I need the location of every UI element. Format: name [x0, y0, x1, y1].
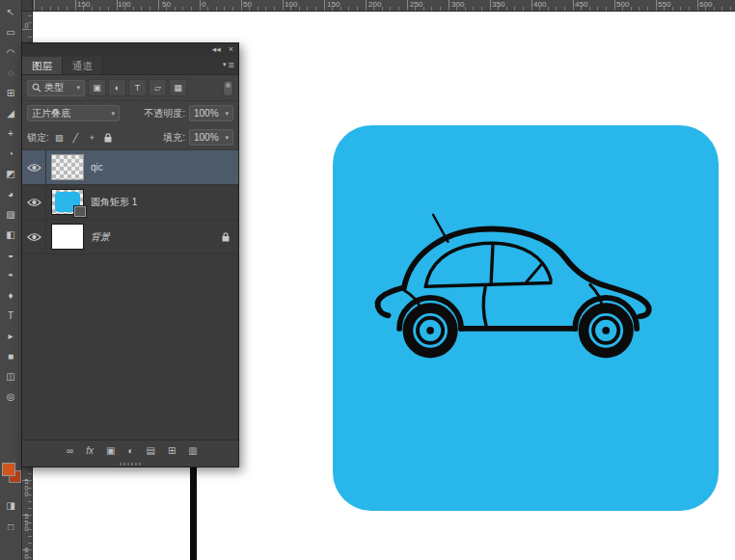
dock-edge-divider: [190, 467, 197, 560]
layer-visibility-toggle[interactable]: [22, 185, 46, 219]
eraser-tool[interactable]: ▨: [0, 204, 21, 225]
eye-icon: [27, 198, 41, 207]
h-ruler-number: 250: [408, 0, 422, 9]
chevron-down-icon: ▾: [225, 134, 229, 142]
h-ruler-number: 50: [160, 0, 171, 9]
fill-value[interactable]: 100% ▾: [189, 129, 233, 146]
h-ruler-number: 450: [573, 0, 587, 9]
lock-label: 锁定:: [27, 131, 49, 145]
gradient-tool[interactable]: ◧: [0, 225, 21, 245]
zoom-tool[interactable]: ◎: [0, 387, 21, 407]
eyedropper-tool[interactable]: ◢: [0, 103, 21, 123]
car-beltline: [425, 282, 551, 286]
filter-adjustment-layers-icon[interactable]: ◐: [108, 79, 126, 96]
fill-label: 填充:: [163, 131, 185, 145]
blur-tool[interactable]: ◒: [0, 245, 21, 265]
filter-type-layers-icon[interactable]: T: [128, 79, 147, 96]
marquee-tool[interactable]: ▭: [0, 22, 21, 42]
path-selection-tool[interactable]: ▸: [0, 326, 21, 346]
search-icon: [32, 83, 41, 93]
layer-name: 背景: [91, 230, 110, 244]
shape-tool[interactable]: ■: [0, 346, 21, 366]
close-panel-button[interactable]: ×: [229, 43, 233, 56]
panel-menu-button[interactable]: ▾ ≡: [223, 59, 234, 70]
clone-stamp-tool[interactable]: ◩: [0, 164, 21, 184]
car-window-top: [425, 243, 551, 286]
filter-pixel-layers-icon[interactable]: ▣: [88, 79, 106, 96]
filter-type-label: 类型: [44, 81, 64, 94]
dodge-tool[interactable]: ◓: [0, 265, 21, 285]
h-ruler-number: 550: [656, 0, 670, 9]
tab-layers[interactable]: 图层: [22, 57, 63, 74]
h-ruler-number: 500: [614, 0, 629, 9]
h-ruler-number: 400: [531, 0, 546, 9]
panel-resize-grip[interactable]: [22, 462, 238, 467]
layer-visibility-toggle[interactable]: [22, 220, 46, 253]
vector-mask-badge: [74, 206, 86, 217]
car-b-pillar: [491, 244, 493, 285]
quick-selection-tool[interactable]: ◌: [0, 63, 21, 83]
v-ruler-number: 5 0 0: [22, 479, 31, 498]
lock-position-button[interactable]: +: [86, 131, 98, 145]
artboard[interactable]: [333, 125, 719, 511]
filter-smart-objects-icon[interactable]: ▦: [169, 79, 187, 96]
lock-all-button[interactable]: [102, 131, 115, 145]
delete-layer-icon[interactable]: ▥: [188, 440, 197, 462]
toolbar-bottom-tools: ◨□: [0, 497, 21, 534]
new-layer-icon[interactable]: ⊞: [168, 440, 176, 462]
lock-transparent-pixels-button[interactable]: ▨: [53, 131, 66, 145]
h-ruler-number: 100: [283, 0, 297, 9]
v-ruler-number: 6 0 0: [22, 547, 31, 560]
layer-thumbnail[interactable]: [52, 190, 83, 214]
add-layer-mask-icon[interactable]: ▣: [106, 440, 115, 462]
h-ruler-number: 150: [325, 0, 340, 9]
layer-name: qic: [91, 162, 103, 173]
lock-image-pixels-button[interactable]: ╱: [69, 131, 82, 145]
collapse-to-icons-button[interactable]: ◂◂: [212, 43, 221, 56]
layer-filter-type-select[interactable]: 类型 ▾: [27, 80, 85, 96]
blend-mode-select[interactable]: 正片叠底 ▾: [27, 105, 120, 121]
layer-row-qic[interactable]: qic: [22, 150, 238, 185]
h-ruler-number: 300: [449, 0, 464, 9]
v-ruler-number: 5 5 0: [22, 514, 31, 533]
new-adjustment-layer-icon[interactable]: ◐: [127, 440, 133, 462]
panel-footer-icons: ∞fx▣◐▤⊞▥: [67, 440, 198, 462]
layer-filter-toggle[interactable]: [223, 80, 233, 96]
tools-panel: ↖▭◠◌⊞◢+◔◩◕▨◧◒◓♦T▸■◫◎ ◨□: [0, 0, 22, 560]
filter-shape-layers-icon[interactable]: ▱: [149, 79, 167, 96]
brush-tool[interactable]: ◔: [0, 144, 21, 164]
quick-mask-button[interactable]: ◨: [0, 497, 21, 513]
hand-tool[interactable]: ◫: [0, 366, 21, 387]
hamburger-menu-icon: ≡: [229, 59, 234, 70]
move-tool[interactable]: ↖: [0, 2, 21, 22]
background-lock-icon: [222, 232, 230, 242]
layer-style-fx-icon[interactable]: fx: [86, 440, 94, 462]
blend-mode-value: 正片叠底: [32, 107, 70, 120]
history-brush-tool[interactable]: ◕: [0, 184, 21, 204]
blend-options-row: 正片叠底 ▾ 不透明度: 100% ▾: [22, 101, 238, 125]
horizontal-ruler[interactable]: 1501005005010015020025030035040045050055…: [21, 0, 735, 12]
layer-row-background[interactable]: 背景: [22, 220, 238, 254]
eye-icon: [27, 232, 41, 242]
crop-tool[interactable]: ⊞: [0, 83, 21, 103]
foreground-color-swatch[interactable]: [2, 463, 15, 476]
ruler-origin-corner[interactable]: [21, 0, 33, 12]
tab-channels[interactable]: 通道: [63, 57, 103, 74]
opacity-amount: 100%: [194, 108, 219, 119]
opacity-label: 不透明度:: [144, 107, 185, 120]
chevron-down-icon: ▾: [225, 110, 229, 118]
link-layers-icon[interactable]: ∞: [67, 440, 73, 462]
pen-tool[interactable]: ♦: [0, 285, 21, 306]
type-tool[interactable]: T: [0, 306, 21, 326]
lasso-tool[interactable]: ◠: [0, 42, 21, 63]
healing-brush-tool[interactable]: +: [0, 123, 21, 144]
layer-row-rounded-rectangle[interactable]: 圆角矩形 1: [22, 185, 238, 220]
opacity-value[interactable]: 100% ▾: [189, 105, 233, 121]
menu-arrow-icon: ▾: [223, 61, 227, 68]
layer-thumbnail[interactable]: [52, 155, 83, 179]
layer-thumbnail[interactable]: [52, 225, 83, 249]
new-group-icon[interactable]: ▤: [146, 440, 154, 462]
screen-mode-button[interactable]: □: [0, 519, 21, 534]
layer-visibility-toggle[interactable]: [22, 150, 46, 184]
h-ruler-number: 600: [697, 0, 712, 9]
